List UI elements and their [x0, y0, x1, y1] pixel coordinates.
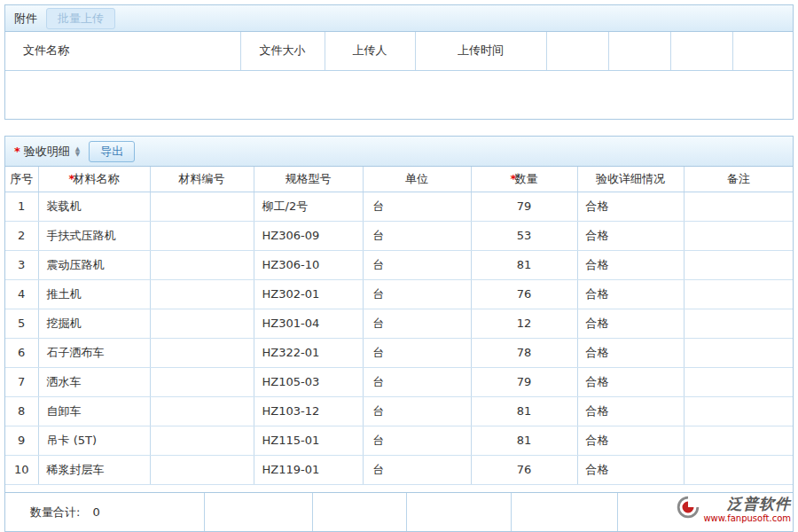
col-material-code: 材料编号	[150, 167, 254, 192]
attachment-empty-row	[5, 70, 793, 119]
cell-acceptance-detail: 合格	[577, 192, 684, 221]
cell-acceptance-detail: 合格	[577, 455, 684, 484]
cell-material-code	[150, 250, 254, 279]
cell-index: 9	[5, 426, 38, 455]
cell-remark	[684, 396, 793, 426]
table-row[interactable]: 6 石子洒布车 HZ322-01 台 78 合格	[5, 338, 793, 367]
cell-index: 4	[5, 279, 38, 309]
cell-acceptance-detail: 合格	[577, 426, 684, 455]
summary-total-cell: 数量合计: 0	[5, 493, 205, 531]
page: 附件 批量上传 文件名称 文件大小 上传人 上传时间	[0, 0, 798, 532]
cell-unit: 台	[363, 192, 471, 221]
cell-spec-model: HZ301-04	[254, 309, 363, 338]
table-row[interactable]: 4 推土机 HZ302-01 台 76 合格	[5, 279, 793, 309]
col-quantity-label: 数量	[514, 172, 537, 185]
cell-spec-model: HZ306-09	[254, 221, 363, 250]
cell-material-name: 推土机	[38, 279, 150, 309]
cell-spec-model: HZ302-01	[254, 279, 363, 309]
col-file-size: 文件大小	[240, 32, 325, 70]
attachment-title: 附件	[14, 11, 37, 27]
acceptance-panel: * 验收明细 ▲ ▼ 导出 序号 * 材料名称 材料编号 规格型号 单位 *	[4, 136, 794, 532]
cell-spec-model: HZ105-03	[254, 367, 363, 396]
cell-acceptance-detail: 合格	[577, 279, 684, 309]
table-row[interactable]: 9 吊卡 (5T) HZ115-01 台 81 合格	[5, 426, 793, 455]
summary-empty-cell	[205, 493, 313, 531]
cell-spec-model: HZ115-01	[254, 426, 363, 455]
required-asterisk: *	[14, 145, 20, 158]
cell-spec-model: HZ119-01	[254, 455, 363, 484]
cell-remark	[684, 221, 793, 250]
sort-down-arrow: ▼	[75, 152, 80, 157]
cell-unit: 台	[363, 367, 471, 396]
cell-remark	[684, 426, 793, 455]
cell-remark	[684, 250, 793, 279]
cell-acceptance-detail: 合格	[577, 338, 684, 367]
cell-material-name: 稀浆封层车	[38, 455, 150, 484]
cell-index: 5	[5, 309, 38, 338]
cell-quantity: 53	[471, 221, 577, 250]
acceptance-table: 序号 * 材料名称 材料编号 规格型号 单位 * 数量 验收详细情况 备注 1 …	[5, 167, 793, 485]
acceptance-title: 验收明细	[24, 144, 70, 160]
table-row[interactable]: 3 震动压路机 HZ306-10 台 81 合格	[5, 250, 793, 279]
table-row[interactable]: 7 洒水车 HZ105-03 台 79 合格	[5, 367, 793, 396]
cell-remark	[684, 338, 793, 367]
cell-spec-model: HZ103-12	[254, 396, 363, 426]
cell-index: 8	[5, 396, 38, 426]
export-button[interactable]: 导出	[89, 141, 135, 162]
col-material-name: * 材料名称	[38, 167, 150, 192]
cell-material-name: 震动压路机	[38, 250, 150, 279]
attachment-header-row: 文件名称 文件大小 上传人 上传时间	[5, 32, 793, 70]
cell-quantity: 79	[471, 192, 577, 221]
table-row[interactable]: 8 自卸车 HZ103-12 台 81 合格	[5, 396, 793, 426]
cell-material-code	[150, 455, 254, 484]
col-empty-4	[732, 32, 793, 70]
cell-remark	[684, 367, 793, 396]
attachment-empty-area	[5, 70, 793, 119]
cell-unit: 台	[363, 455, 471, 484]
acceptance-header-row: 序号 * 材料名称 材料编号 规格型号 单位 * 数量 验收详细情况 备注	[5, 167, 793, 192]
col-index: 序号	[5, 167, 38, 192]
batch-upload-button[interactable]: 批量上传	[46, 8, 115, 29]
cell-material-code	[150, 367, 254, 396]
cell-material-code	[150, 338, 254, 367]
sort-updown-icon[interactable]: ▲ ▼	[75, 146, 80, 157]
acceptance-panel-header: * 验收明细 ▲ ▼ 导出	[5, 137, 793, 167]
table-row[interactable]: 1 装载机 柳工/2号 台 79 合格	[5, 192, 793, 221]
cell-acceptance-detail: 合格	[577, 250, 684, 279]
cell-material-code	[150, 396, 254, 426]
col-material-name-label: 材料名称	[73, 172, 119, 185]
col-empty-3	[670, 32, 732, 70]
table-row[interactable]: 5 挖掘机 HZ301-04 台 12 合格	[5, 309, 793, 338]
cell-material-name: 洒水车	[38, 367, 150, 396]
cell-quantity: 81	[471, 396, 577, 426]
col-remark: 备注	[684, 167, 793, 192]
cell-quantity: 79	[471, 367, 577, 396]
cell-remark	[684, 455, 793, 484]
quantity-total-value: 0	[92, 505, 99, 519]
cell-material-name: 手扶式压路机	[38, 221, 150, 250]
table-row[interactable]: 2 手扶式压路机 HZ306-09 台 53 合格	[5, 221, 793, 250]
cell-index: 2	[5, 221, 38, 250]
cell-quantity: 78	[471, 338, 577, 367]
cell-acceptance-detail: 合格	[577, 221, 684, 250]
cell-index: 1	[5, 192, 38, 221]
cell-remark	[684, 192, 793, 221]
cell-material-name: 吊卡 (5T)	[38, 426, 150, 455]
cell-acceptance-detail: 合格	[577, 309, 684, 338]
summary-empty-cell	[512, 493, 618, 531]
col-empty-2	[608, 32, 670, 70]
cell-spec-model: HZ322-01	[254, 338, 363, 367]
cell-unit: 台	[363, 426, 471, 455]
cell-quantity: 81	[471, 426, 577, 455]
col-upload-time: 上传时间	[415, 32, 546, 70]
cell-material-name: 石子洒布车	[38, 338, 150, 367]
attachment-panel: 附件 批量上传 文件名称 文件大小 上传人 上传时间	[4, 4, 794, 120]
cell-material-code	[150, 279, 254, 309]
attachment-table: 文件名称 文件大小 上传人 上传时间	[5, 32, 793, 119]
table-row[interactable]: 10 稀浆封层车 HZ119-01 台 76 合格	[5, 455, 793, 484]
cell-acceptance-detail: 合格	[577, 396, 684, 426]
cell-remark	[684, 279, 793, 309]
cell-spec-model: 柳工/2号	[254, 192, 363, 221]
col-empty-1	[546, 32, 608, 70]
cell-quantity: 12	[471, 309, 577, 338]
